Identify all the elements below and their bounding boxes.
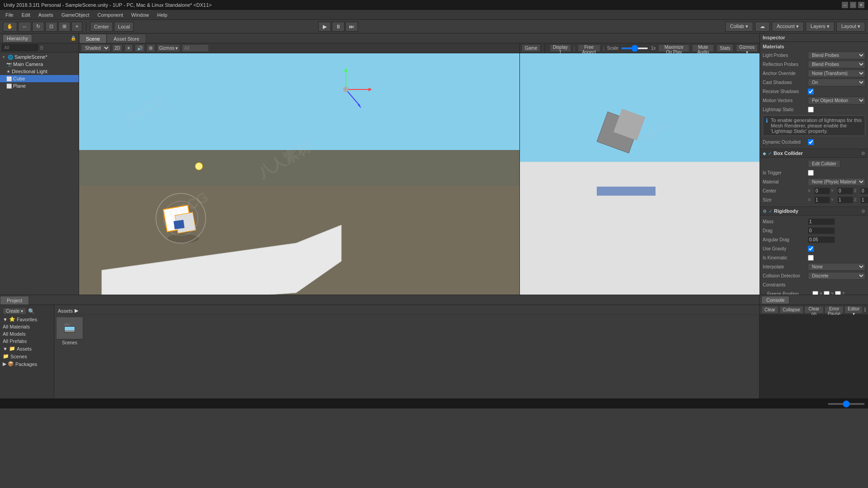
menu-gameobject[interactable]: GameObject — [58, 11, 93, 19]
sidebar-scenes[interactable]: 📁 Scenes — [1, 352, 53, 360]
effects-btn[interactable]: ⚙ — [146, 44, 155, 52]
sidebar-packages[interactable]: ▶ 📦 Packages — [1, 360, 53, 368]
center-y-input[interactable] — [837, 188, 853, 194]
tool-hand[interactable]: ✋ — [3, 22, 17, 32]
2d-btn[interactable]: 2D — [112, 44, 123, 52]
create-btn[interactable]: Create ▾ — [3, 308, 26, 314]
game-gizmos-btn[interactable]: Gizmos ▾ — [736, 44, 758, 52]
anchor-override-dropdown[interactable]: None (Transform) — [808, 70, 865, 77]
collapse-btn[interactable]: Collapse — [779, 306, 803, 314]
sidebar-favorites[interactable]: ▼ ⭐ Favorites — [1, 315, 53, 323]
close-btn[interactable]: ✕ — [858, 2, 864, 8]
is-kinematic-checkbox[interactable] — [808, 255, 814, 261]
hierarchy-tab[interactable]: Hierarchy — [3, 34, 32, 42]
edit-collider-btn[interactable]: Edit Collider — [808, 160, 840, 168]
receive-shadows-checkbox[interactable] — [808, 89, 814, 94]
error-pause-btn[interactable]: Error Pause — [825, 306, 844, 314]
clear-on-play-btn[interactable]: Clear on Play — [804, 306, 824, 314]
pause-btn[interactable]: ⏸ — [332, 22, 344, 32]
editor-btn[interactable]: Editor ▾ — [844, 306, 863, 314]
minimize-btn[interactable]: ─ — [842, 2, 848, 8]
sidebar-all-materials[interactable]: All Materials — [1, 323, 53, 330]
angular-drag-input[interactable] — [808, 236, 835, 243]
rigidbody-header[interactable]: ⚙ ✓ Rigidbody ⚙ — [760, 207, 868, 216]
box-collider-header[interactable]: ◆ ✓ Box Collider ⚙ — [760, 149, 868, 158]
size-x-input[interactable] — [814, 197, 830, 203]
gizmos-btn[interactable]: Gizmos ▾ — [157, 44, 180, 52]
tool-transform[interactable]: ⌖ — [71, 22, 82, 32]
layers-btn[interactable]: Layers ▾ — [806, 22, 835, 32]
center-x-input[interactable] — [814, 188, 830, 194]
center-z-input[interactable] — [860, 188, 868, 194]
local-btn[interactable]: Local — [114, 22, 134, 32]
scene-canvas[interactable]: RRCG 八人素材 RRCG — [79, 53, 519, 295]
lighting-btn[interactable]: ☀ — [124, 44, 133, 52]
scenes-folder-asset[interactable]: Scenes — [56, 317, 83, 345]
asset-store-tab[interactable]: Asset Store — [107, 34, 146, 43]
light-probes-dropdown[interactable]: Blend Probes — [808, 52, 865, 59]
tool-scale[interactable]: ⊡ — [45, 22, 57, 32]
lightmap-static-checkbox[interactable] — [808, 107, 814, 113]
mass-input[interactable] — [808, 218, 835, 225]
maximize-on-play-btn[interactable]: Maximize On Play — [658, 44, 689, 52]
drag-input[interactable] — [808, 227, 835, 234]
zoom-slider[interactable] — [828, 403, 864, 405]
account-btn[interactable]: Account ▾ — [772, 22, 804, 32]
collider-settings-icon[interactable]: ⚙ — [861, 151, 865, 156]
size-z-input[interactable] — [860, 197, 868, 203]
game-tab-btn[interactable]: Game — [522, 44, 540, 52]
hierarchy-plane[interactable]: ⬜ Plane — [0, 82, 79, 89]
motion-vectors-dropdown[interactable]: Per Object Motion — [808, 97, 865, 104]
center-btn[interactable]: Center — [90, 22, 113, 32]
hierarchy-cube[interactable]: ⬜ Cube — [0, 75, 79, 82]
stats-btn[interactable]: Stats — [717, 44, 733, 52]
menu-window[interactable]: Window — [127, 11, 152, 19]
tool-rotate[interactable]: ↻ — [32, 22, 44, 32]
menu-file[interactable]: File — [2, 11, 17, 19]
hierarchy-main-camera[interactable]: 📷 Main Camera — [0, 61, 79, 68]
display-btn[interactable]: Display 1 — [550, 44, 571, 52]
menu-help[interactable]: Help — [153, 11, 171, 19]
console-tab[interactable]: Console — [761, 296, 789, 304]
is-trigger-checkbox[interactable] — [808, 170, 814, 176]
hierarchy-filter[interactable]: ☰ — [40, 46, 43, 50]
clear-btn[interactable]: Clear — [761, 306, 778, 314]
sidebar-all-prefabs[interactable]: All Prefabs — [1, 338, 53, 345]
menu-edit[interactable]: Edit — [18, 11, 34, 19]
play-btn[interactable]: ▶ — [318, 22, 331, 32]
reflection-probes-dropdown[interactable]: Blend Probes — [808, 61, 865, 68]
collision-detection-dropdown[interactable]: Discrete — [808, 272, 865, 280]
scale-slider[interactable] — [621, 47, 648, 49]
menu-assets[interactable]: Assets — [35, 11, 57, 19]
step-btn[interactable]: ⏭ — [345, 22, 358, 32]
game-canvas[interactable]: RRCG — [520, 53, 760, 295]
use-gravity-checkbox[interactable] — [808, 246, 814, 252]
scene-tab[interactable]: Scene — [79, 34, 107, 43]
audio-btn[interactable]: 🔊 — [135, 44, 145, 52]
hierarchy-search[interactable] — [2, 44, 38, 51]
cloud-btn[interactable]: ☁ — [755, 22, 770, 32]
sidebar-assets[interactable]: ▼ 📁 Assets — [1, 345, 53, 352]
interpolate-dropdown[interactable]: None — [808, 263, 865, 271]
material-dropdown[interactable]: None (Physic Material) — [808, 178, 865, 186]
mute-audio-btn[interactable]: Mute Audio — [692, 44, 714, 52]
freeze-pos-z[interactable] — [835, 291, 841, 295]
freeze-pos-x[interactable] — [812, 291, 818, 295]
freeze-pos-y[interactable] — [824, 291, 830, 295]
size-y-input[interactable] — [837, 197, 853, 203]
layout-btn[interactable]: Layout ▾ — [836, 22, 865, 32]
rigidbody-settings-icon[interactable]: ⚙ — [861, 209, 865, 214]
sidebar-all-models[interactable]: All Models — [1, 330, 53, 338]
tool-rect[interactable]: ⊞ — [58, 22, 71, 32]
project-tab[interactable]: Project — [0, 296, 29, 305]
aspect-btn[interactable]: Free Aspect — [578, 44, 600, 52]
maximize-btn[interactable]: □ — [850, 2, 856, 8]
dynamic-occluded-checkbox[interactable] — [808, 139, 814, 145]
hierarchy-scene[interactable]: ▼ 🌐 SampleScene* — [0, 53, 79, 61]
hierarchy-lock[interactable]: 🔒 — [71, 36, 76, 41]
hierarchy-directional-light[interactable]: ☀ Directional Light — [0, 68, 79, 75]
collab-btn[interactable]: Collab ▾ — [725, 22, 753, 32]
scene-search[interactable] — [182, 44, 209, 52]
tool-move[interactable]: ↔ — [18, 22, 31, 32]
shading-dropdown[interactable]: Shaded — [81, 44, 110, 52]
